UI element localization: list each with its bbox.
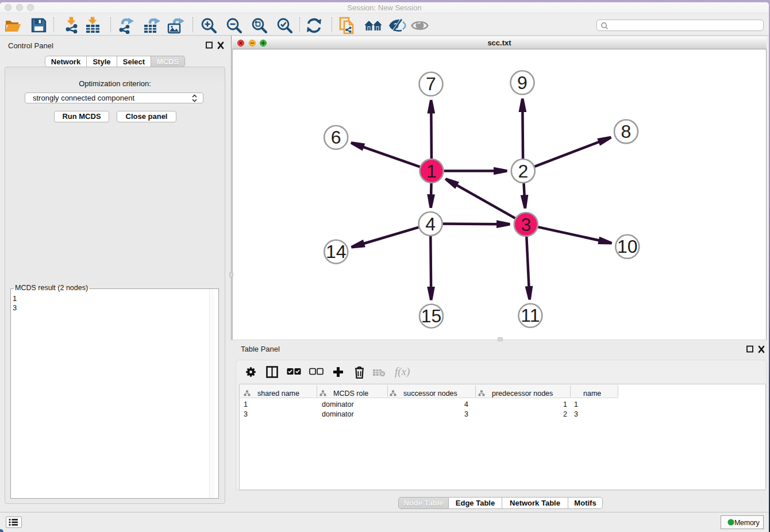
svg-text:11: 11 [521, 305, 540, 326]
svg-text:10: 10 [617, 236, 638, 257]
svg-text:4: 4 [425, 214, 436, 234]
svg-text:15: 15 [421, 306, 442, 326]
svg-text:9: 9 [517, 72, 528, 93]
svg-text:6: 6 [331, 127, 341, 148]
svg-text:2: 2 [518, 161, 528, 182]
svg-text:1: 1 [426, 161, 437, 182]
svg-text:3: 3 [521, 214, 531, 235]
svg-text:8: 8 [621, 121, 632, 142]
svg-text:14: 14 [326, 241, 346, 262]
svg-text:7: 7 [426, 74, 436, 94]
